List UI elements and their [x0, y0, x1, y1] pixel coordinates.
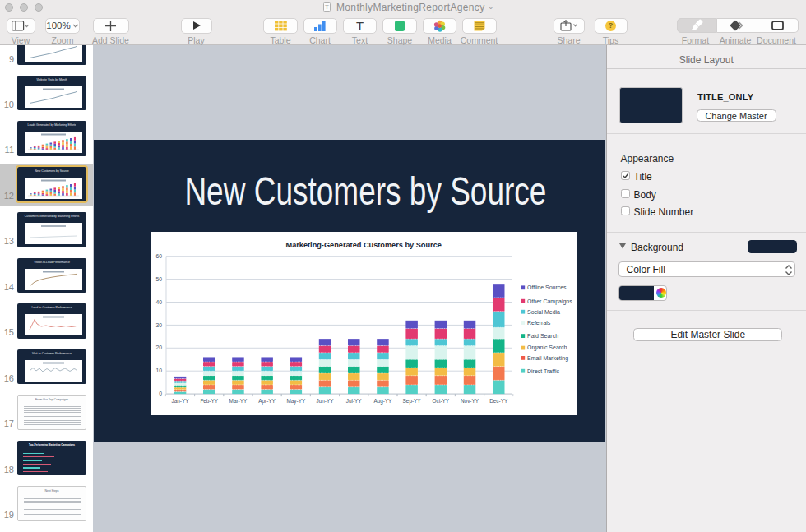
svg-text:Aug-YY: Aug-YY	[373, 398, 392, 405]
svg-text:10: 10	[155, 368, 162, 373]
svg-text:Feb-YY: Feb-YY	[200, 398, 218, 404]
svg-text:50: 50	[155, 275, 162, 281]
svg-text:Offline Sources: Offline Sources	[527, 285, 567, 290]
svg-text:May-YY: May-YY	[286, 398, 305, 405]
svg-text:Mar-YY: Mar-YY	[229, 398, 248, 404]
svg-text:Nov-YY: Nov-YY	[461, 398, 479, 404]
svg-text:Sep-YY: Sep-YY	[403, 398, 422, 405]
svg-text:Jun-YY: Jun-YY	[317, 398, 335, 404]
svg-text:0: 0	[159, 391, 162, 396]
svg-text:Other Campaigns: Other Campaigns	[527, 298, 572, 304]
svg-text:Email Marketing: Email Marketing	[527, 354, 568, 361]
svg-text:30: 30	[155, 322, 162, 327]
svg-text:Organic Search: Organic Search	[527, 345, 567, 351]
svg-text:40: 40	[155, 298, 162, 304]
svg-text:Jul-YY: Jul-YY	[346, 398, 363, 404]
svg-text:Oct-YY: Oct-YY	[433, 398, 450, 404]
svg-text:Social Media: Social Media	[527, 308, 560, 314]
svg-text:Apr-YY: Apr-YY	[258, 398, 276, 405]
svg-text:20: 20	[155, 345, 162, 350]
svg-text:Referrals: Referrals	[527, 319, 551, 325]
svg-text:60: 60	[155, 252, 162, 258]
svg-text:Marketing-Generated Customers: Marketing-Generated Customers by Source	[285, 240, 441, 248]
svg-text:Dec-YY: Dec-YY	[489, 398, 508, 404]
svg-text:Paid Search: Paid Search	[527, 333, 558, 339]
svg-text:Direct Traffic: Direct Traffic	[527, 368, 560, 373]
svg-text:Jan-YY: Jan-YY	[172, 398, 190, 404]
